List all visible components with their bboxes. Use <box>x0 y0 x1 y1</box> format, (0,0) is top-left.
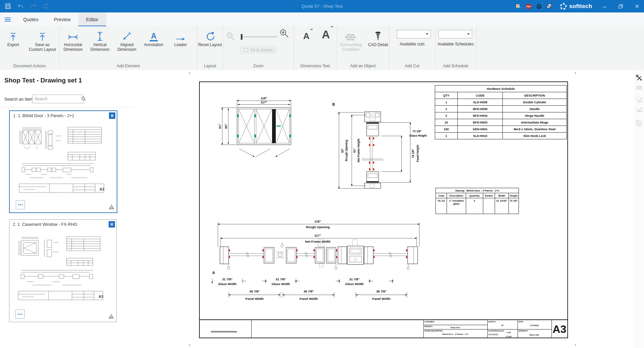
table-cell: SLD-H008 <box>458 99 503 106</box>
remove-drawing-button[interactable] <box>109 221 115 228</box>
zoom-in-button[interactable] <box>279 29 289 39</box>
annotation-button[interactable]: A Annotation <box>140 29 167 47</box>
save-button[interactable] <box>4 3 11 10</box>
svg-text:PDF: PDF <box>526 5 531 8</box>
more-options-button[interactable] <box>16 200 25 209</box>
vertical-dimension-button[interactable]: Vertical Dimension <box>86 29 113 52</box>
save-as-custom-layout-button[interactable]: Save as Custom Layout <box>29 29 56 52</box>
tab-preview[interactable]: Preview <box>46 12 78 26</box>
zoom-slider-track[interactable] <box>241 36 277 37</box>
table-cell: BFD-H003 <box>458 119 503 126</box>
flip-horizontal-button[interactable] <box>634 106 644 114</box>
rotate-90-button[interactable]: 90° <box>634 119 644 128</box>
aligned-dimension-icon <box>122 29 132 41</box>
tab-quotes[interactable]: Quotes <box>15 12 46 26</box>
drawing-item-title: 2. 1. Casement Window - FX-RHO <box>13 222 77 227</box>
export-button[interactable]: Export <box>0 29 26 47</box>
drawing-thumbnail[interactable]: A3 <box>12 230 112 307</box>
softtech-logo: softtech <box>559 2 592 11</box>
sidebar-divider <box>0 107 135 107</box>
svg-text:Glass Width: Glass Width <box>345 282 364 286</box>
dim-label: 81" <box>353 148 356 153</box>
surrounding-condition-button[interactable]: Surrounding Condition <box>337 29 365 52</box>
tab-editor[interactable]: Editor <box>78 12 106 26</box>
zoom-out-button[interactable] <box>226 32 235 42</box>
ellipsis-icon <box>18 314 19 315</box>
close-button[interactable] <box>631 1 643 11</box>
fit-to-screen-button[interactable]: Fit to Screen <box>240 46 277 54</box>
undo-button[interactable] <box>17 3 24 10</box>
increase-dimension-text-button[interactable]: Aˆ <box>316 28 336 41</box>
rotate-90-label: 90° <box>637 123 641 125</box>
layers-list-button[interactable] <box>634 83 644 92</box>
field-label: FRAME DESCRIPTION: <box>424 330 443 332</box>
print-icon[interactable] <box>536 3 542 9</box>
search-icon[interactable] <box>81 96 86 103</box>
drawing-item-bifold-door[interactable]: 1. 1. Bifold Door - 3 Panels - 2+1 <box>9 110 117 213</box>
table-cell: 1 <box>435 106 458 112</box>
minimize-button[interactable] <box>599 1 610 11</box>
zoom-slider-handle[interactable] <box>241 34 242 40</box>
restore-button[interactable] <box>615 1 627 11</box>
reset-layout-button[interactable]: Reset Layout <box>197 29 223 47</box>
export-window-icon[interactable] <box>546 3 552 9</box>
dim-label: Glass Height <box>409 134 427 137</box>
available-schedules-dropdown[interactable] <box>438 30 472 38</box>
drawing-canvas[interactable]: .ln{stroke:#1b1b1b;stroke-width:1;fill:n… <box>135 70 634 348</box>
chevron-down-icon <box>426 33 428 35</box>
aligned-dimension-button[interactable]: Aligned Dimension <box>113 29 140 52</box>
export-image-icon[interactable] <box>515 3 521 9</box>
available-cuts-dropdown[interactable] <box>397 30 431 38</box>
field-label: CUSTOMER: <box>424 321 434 323</box>
available-cuts-label: Available cuts <box>389 42 435 46</box>
export-pdf-icon[interactable]: PDF <box>526 3 531 9</box>
table-row: 100GEN-H001M4.8 x 19mm, Stainless Steel <box>435 126 567 133</box>
group-label: Add Element <box>59 64 197 68</box>
group-zoom: Fit to Screen Zoom <box>223 26 294 70</box>
table-cell: GEN-H001 <box>458 126 503 133</box>
table-cell: Slim Hook Lock <box>503 133 567 139</box>
redo-button[interactable] <box>30 3 37 10</box>
dim-label: 118" <box>261 96 267 100</box>
field-value: 1/17/2023 <box>519 324 550 326</box>
field-label: CUT SCALE: <box>488 334 498 336</box>
tools-button[interactable] <box>634 73 644 82</box>
cad-detail-button[interactable]: CAD Detail <box>364 29 392 47</box>
hamburger-menu-button[interactable] <box>0 12 15 26</box>
group-add-element: Horizontal Dimension Vertical Dimension … <box>59 26 197 70</box>
more-options-button[interactable] <box>15 310 25 319</box>
field-value: Bifold Door - 3 Panels - 2+1 <box>432 333 479 335</box>
leader-button[interactable]: Leader <box>167 29 194 47</box>
drawing-sheet: .ln{stroke:#1b1b1b;stroke-width:1;fill:n… <box>199 81 568 338</box>
search-input[interactable] <box>32 95 84 103</box>
table-cell: Double Cylinder <box>503 99 567 106</box>
svg-text:36 7/8": 36 7/8" <box>250 289 260 293</box>
decrease-dimension-text-button[interactable]: Aˇ <box>296 31 316 41</box>
remove-drawing-button[interactable] <box>109 112 115 119</box>
sheet-corner-mark <box>575 344 576 346</box>
horizontal-dimension-button[interactable]: Horizontal Dimension <box>60 29 86 52</box>
column-header: Description <box>447 193 466 198</box>
drawing-item-casement-window[interactable]: 2. 1. Casement Window - FX-RHO <box>9 219 117 322</box>
horizontal-section-view: 118" Rough Opening 117" Net Frame Width <box>212 219 419 301</box>
sheet-size-label: A3 <box>552 320 567 338</box>
table-row: 1BFD-H009Handle <box>435 106 567 112</box>
refresh-button[interactable] <box>42 3 50 10</box>
table-cell: Intermediate Hinge <box>503 119 567 126</box>
group-label: Add Cut <box>389 64 435 68</box>
field-label: PROJECT: <box>424 325 433 327</box>
section-label: A <box>212 271 215 275</box>
column-header: DESCRIPTION <box>503 92 567 99</box>
flip-vertical-button[interactable] <box>634 95 644 104</box>
svg-text:Panel Width: Panel Width <box>245 297 264 301</box>
dim-label: 73 1/8" <box>412 130 422 133</box>
svg-text:Panel Width: Panel Width <box>372 297 390 301</box>
table-cell: 73 1/8" <box>508 198 519 214</box>
drawing-thumbnail[interactable]: A3 <box>12 121 113 199</box>
field-label: QUOTE #: <box>488 321 496 323</box>
table-cell <box>483 198 495 214</box>
group-dimensions-text: Aˇ Aˆ Dimensions Text <box>294 26 337 70</box>
drawing-set-sidebar: Shop Test - Drawing set 1 Search an Item… <box>0 70 135 348</box>
warning-icon <box>109 204 114 211</box>
save-layout-icon <box>38 29 47 41</box>
